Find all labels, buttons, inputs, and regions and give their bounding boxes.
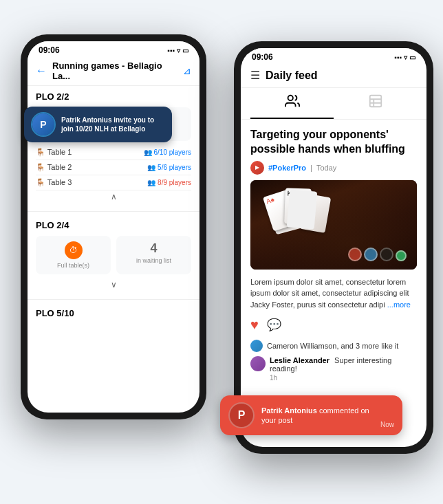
plo-2-2-section: PLO 2/2 2 free seats 0 in waiting list � xyxy=(28,86,199,208)
left-notification-banner[interactable]: P Patrik Antonius invite you to join 10/… xyxy=(24,107,172,142)
people-icon xyxy=(285,94,300,109)
plo-2-2-title: PLO 2/2 xyxy=(36,91,191,102)
left-phone: 09:06 ▪▪▪ ▿ ▭ ← Running games - Bellagio… xyxy=(21,34,206,419)
commenter-avatar xyxy=(250,356,266,371)
plo-2-4-waiting-box: 4 in waiting list xyxy=(116,236,191,274)
plo-2-4-waiting-number: 4 xyxy=(122,241,186,256)
article-date: Today xyxy=(316,164,336,172)
article-body-text: Lorem ipsum dolor sit amet, consectetur … xyxy=(250,278,409,309)
article-date-separator: | xyxy=(310,164,312,172)
left-notif-avatar: P xyxy=(31,112,56,137)
comment-row: Leslie Alexander Super interesting readi… xyxy=(250,356,417,382)
left-nav-bar: ← Running games - Bellagio La... ⊿ xyxy=(28,56,199,86)
divider-2 xyxy=(28,299,199,300)
table-1-name: 🪑 Table 1 xyxy=(36,148,72,157)
right-notification-banner[interactable]: P Patrik Antonius commented on your post… xyxy=(220,395,402,435)
table-row[interactable]: 🪑 Table 3 👥 8/9 players xyxy=(36,175,191,190)
svg-rect-1 xyxy=(369,96,381,107)
svg-point-0 xyxy=(288,96,292,100)
liker-avatar xyxy=(250,340,263,352)
comment-button[interactable]: 💬 xyxy=(267,318,281,332)
signal-icon: ▪▪▪ xyxy=(167,47,175,54)
right-signal-icon: ▪▪▪ xyxy=(394,54,402,61)
article-meta: ▶ #PokerPro | Today xyxy=(250,161,417,175)
divider-1 xyxy=(28,211,199,212)
plo-2-4-stats: ⏱ Full table(s) 4 in waiting list xyxy=(36,236,191,274)
right-status-bar: 09:06 ▪▪▪ ▿ ▭ xyxy=(241,48,426,63)
left-status-bar: 09:06 ▪▪▪ ▿ ▭ xyxy=(28,41,199,56)
article-body: Lorem ipsum dolor sit amet, consectetur … xyxy=(250,276,417,311)
article-tag: #PokerPro xyxy=(268,164,306,172)
likes-row: Cameron Williamson, and 3 more like it xyxy=(250,340,417,352)
right-battery-icon: ▭ xyxy=(409,54,415,61)
plo-5-10-title: PLO 5/10 xyxy=(36,308,191,318)
back-button[interactable]: ← xyxy=(36,65,47,77)
right-notif-avatar: P xyxy=(228,402,255,428)
table-row[interactable]: 🪑 Table 1 👥 6/10 players xyxy=(36,145,191,160)
table-2-players: 👥 5/6 players xyxy=(147,164,191,171)
full-table-label: Full table(s) xyxy=(57,262,89,269)
image-overlay xyxy=(250,180,417,270)
comment-content: Leslie Alexander Super interesting readi… xyxy=(270,356,417,382)
right-avatar-letter: P xyxy=(238,409,246,421)
likes-text: Cameron Williamson, and 3 more like it xyxy=(267,342,398,350)
wifi-icon: ▿ xyxy=(177,47,180,54)
articles-icon xyxy=(368,94,383,109)
hamburger-icon[interactable]: ☰ xyxy=(250,69,260,82)
daily-feed-header: ☰ Daily feed xyxy=(241,63,426,88)
feed-title: Daily feed xyxy=(266,69,417,82)
tab-people[interactable] xyxy=(250,88,334,119)
article-image: A♠ K♣ Q♥ xyxy=(250,180,417,270)
filter-icon[interactable]: ⊿ xyxy=(183,65,191,76)
battery-icon: ▭ xyxy=(182,47,188,54)
right-phone-screen: 09:06 ▪▪▪ ▿ ▭ ☰ Daily feed xyxy=(241,48,426,447)
like-button[interactable]: ♥ xyxy=(250,317,259,333)
table-3-name: 🪑 Table 3 xyxy=(36,178,72,187)
read-more-link[interactable]: ...more xyxy=(387,300,411,309)
table-2-name: 🪑 Table 2 xyxy=(36,163,72,172)
article-actions: ♥ 💬 xyxy=(250,317,417,333)
right-notif-text: Patrik Antonius commented on your post xyxy=(261,406,374,426)
right-notif-name: Patrik Antonius xyxy=(261,406,317,415)
plo-2-4-expand[interactable]: ∨ xyxy=(36,278,191,291)
right-notif-time: Now xyxy=(380,421,394,428)
plo-5-10-section: PLO 5/10 xyxy=(28,303,199,329)
poker-image-bg: A♠ K♣ Q♥ xyxy=(250,180,417,270)
left-status-icons: ▪▪▪ ▿ ▭ xyxy=(167,47,188,54)
left-time: 09:06 xyxy=(39,45,60,55)
plo-2-2-collapse[interactable]: ∧ xyxy=(36,190,191,203)
table-3-players: 👥 8/9 players xyxy=(147,179,191,186)
plo-2-2-tables: 🪑 Table 1 👥 6/10 players 🪑 Table 2 👥 5/6… xyxy=(36,145,191,190)
full-table-indicator: ⏱ Full table(s) xyxy=(41,241,105,269)
table-row[interactable]: 🪑 Table 2 👥 5/6 players xyxy=(36,160,191,175)
commenter-name: Leslie Alexander xyxy=(270,356,329,364)
feed-tabs xyxy=(241,88,426,120)
right-wifi-icon: ▿ xyxy=(404,54,407,61)
left-notif-text: Patrik Antonius invite you to join 10/20… xyxy=(61,116,165,133)
nav-title: Running games - Bellagio La... xyxy=(52,61,177,81)
right-time: 09:06 xyxy=(252,52,273,62)
full-table-box: ⏱ Full table(s) xyxy=(36,236,111,274)
left-avatar-letter: P xyxy=(32,113,54,135)
article-card: Targeting your opponents' possible hands… xyxy=(241,120,426,393)
right-phone: 09:06 ▪▪▪ ▿ ▭ ☰ Daily feed xyxy=(234,41,433,454)
article-title: Targeting your opponents' possible hands… xyxy=(250,128,417,157)
plo-2-4-waiting-label: in waiting list xyxy=(122,257,186,264)
plo-2-4-section: PLO 2/4 ⏱ Full table(s) 4 in waiting lis… xyxy=(28,215,199,296)
comment-time: 1h xyxy=(270,374,417,382)
full-table-icon: ⏱ xyxy=(65,241,83,259)
article-source-avatar: ▶ xyxy=(250,161,264,175)
left-phone-screen: 09:06 ▪▪▪ ▿ ▭ ← Running games - Bellagio… xyxy=(28,41,199,413)
tab-articles[interactable] xyxy=(334,88,417,119)
plo-2-4-title: PLO 2/4 xyxy=(36,220,191,230)
table-1-players: 👥 6/10 players xyxy=(144,149,191,156)
right-status-icons: ▪▪▪ ▿ ▭ xyxy=(394,54,415,61)
left-notif-name: Patrik Antonius invite you to join 10/20… xyxy=(61,116,154,133)
